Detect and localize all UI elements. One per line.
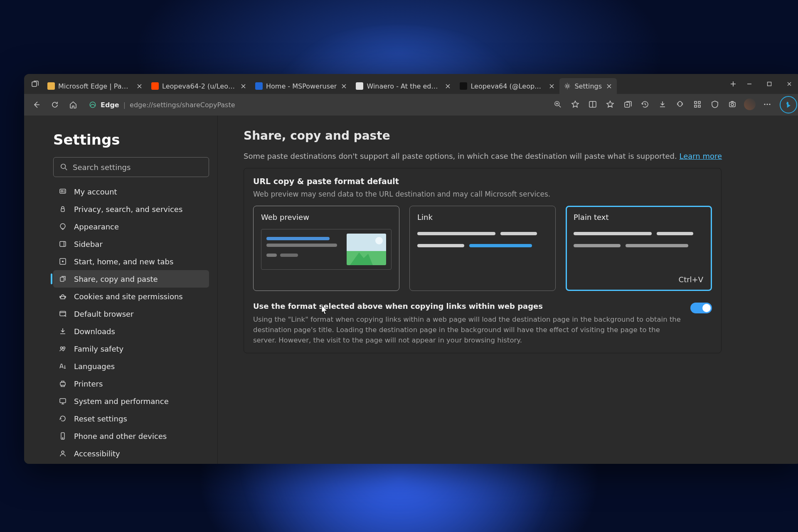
svg-rect-23 [60,277,64,281]
sidebar-item[interactable]: Printers [53,375,209,392]
learn-more-link[interactable]: Learn more [679,152,722,160]
page-title: Share, copy and paste [244,129,780,143]
address-url: edge://settings/shareCopyPaste [130,101,235,109]
tab-actions-button[interactable] [27,80,43,88]
sidebar-item-icon [58,257,67,266]
new-tab-button[interactable] [727,77,740,91]
home-button[interactable] [65,96,81,113]
settings-sidebar: Settings Search settings My accountPriva… [24,116,218,464]
tab-close-button[interactable] [239,82,247,90]
window-maximize-button[interactable] [760,76,779,92]
sidebar-item[interactable]: Share, copy and paste [53,270,209,288]
card-subtitle: Web preview may send data to the URL des… [253,190,712,198]
browser-tab[interactable]: Microsoft Edge | Page 148 [43,78,147,94]
svg-point-18 [61,190,63,192]
tab-close-button[interactable] [605,82,613,90]
sidebar-item[interactable]: Privacy, search, and services [53,200,209,218]
sidebar-item[interactable]: Phone and other devices [53,427,209,445]
window-close-button[interactable] [780,76,798,92]
sidebar-item-icon [58,397,67,405]
apps-button[interactable] [689,96,706,113]
split-screen-button[interactable] [584,96,601,113]
tab-close-button[interactable] [340,82,347,90]
browser-tab[interactable]: Winaero - At the edge of [352,78,456,94]
sidebar-item-label: Languages [74,362,115,371]
search-settings-input[interactable]: Search settings [53,157,209,177]
toggle-title: Use the format selected above when copyi… [253,302,682,310]
sidebar-item[interactable]: Family safety [53,340,209,357]
sidebar-item-icon [58,222,67,231]
plain-text-mock [574,229,704,249]
tab-label: Winaero - At the edge of [367,82,441,90]
toolbar: Edge | edge://settings/shareCopyPaste [24,94,798,116]
sidebar-item[interactable]: Default browser [53,305,209,323]
url-format-card: URL copy & paste format default Web prev… [244,168,722,353]
copy-format-toggle[interactable] [690,303,712,313]
sidebar-item-icon [58,292,67,300]
browser-essentials-button[interactable] [707,96,723,113]
browser-tab[interactable]: Home - MSPoweruser [251,78,352,94]
sidebar-item[interactable]: Downloads [53,323,209,340]
refresh-button[interactable] [47,96,63,113]
svg-point-15 [769,103,770,105]
search-placeholder: Search settings [73,163,131,172]
svg-rect-20 [60,241,66,246]
sidebar-item[interactable]: Languages [53,357,209,375]
sidebar-item-label: My account [74,187,117,196]
screenshot-button[interactable] [724,96,741,113]
address-bar[interactable]: Edge | edge://settings/shareCopyPaste [83,97,407,113]
tab-favicon [47,82,55,90]
sidebar-item[interactable]: Cookies and site permissions [53,288,209,305]
sidebar-item-icon [58,345,67,353]
page-description: Some paste destinations don't support al… [244,152,780,160]
sidebar-item[interactable]: Reset settings [53,410,209,427]
history-button[interactable] [637,96,653,113]
sidebar-item-icon [58,327,67,335]
option-plain-text[interactable]: Plain text Ctrl+V [566,206,712,291]
downloads-button[interactable] [654,96,671,113]
favorite-button[interactable] [567,96,584,113]
extensions-button[interactable] [672,96,688,113]
sidebar-item[interactable]: Sidebar [53,235,209,253]
browser-tab[interactable]: Leopeva64-2 (u/Leopeva6 [147,78,251,94]
more-button[interactable] [759,96,776,113]
sidebar-item-icon [58,240,67,248]
copilot-button[interactable] [780,96,797,113]
svg-rect-8 [698,101,700,103]
collections-button[interactable] [619,96,636,113]
tab-close-button[interactable] [135,82,143,90]
sidebar-item[interactable]: Start, home, and new tabs [53,253,209,270]
settings-title: Settings [53,131,209,148]
tab-close-button[interactable] [444,82,451,90]
sidebar-item-label: Family safety [74,345,123,353]
svg-point-32 [62,438,63,438]
settings-main: Share, copy and paste Some paste destina… [218,116,798,464]
sidebar-item[interactable]: Accessibility [53,445,209,462]
tab-label: Settings [574,82,602,90]
back-button[interactable] [28,96,45,113]
sidebar-item[interactable]: System and performance [53,392,209,410]
svg-rect-7 [695,101,697,103]
zoom-button[interactable] [549,96,566,113]
sidebar-item-label: Printers [74,379,103,388]
sidebar-item[interactable]: Appearance [53,218,209,235]
option-link[interactable]: Link [409,206,556,291]
tab-close-button[interactable] [548,82,555,90]
browser-tab[interactable]: Leopeva64 (@Leopeva64) [456,78,559,94]
svg-point-33 [62,451,64,453]
browser-window: Microsoft Edge | Page 148 Leopeva64-2 (u… [24,74,798,464]
sidebar-item-icon [58,187,67,196]
option-web-preview[interactable]: Web preview [253,206,399,291]
favorites-hub-button[interactable] [602,96,618,113]
gear-icon [564,82,571,90]
sidebar-item-label: Cookies and site permissions [74,292,183,301]
window-minimize-button[interactable] [740,76,759,92]
tab-favicon [460,82,467,90]
svg-rect-30 [60,399,66,403]
tab-label: Leopeva64 (@Leopeva64) [470,82,544,90]
sidebar-item[interactable]: My account [53,183,209,200]
profile-button[interactable] [741,96,758,113]
titlebar: Microsoft Edge | Page 148 Leopeva64-2 (u… [24,74,798,94]
browser-tab[interactable]: Settings [559,78,617,94]
sidebar-item-label: Accessibility [74,449,120,458]
